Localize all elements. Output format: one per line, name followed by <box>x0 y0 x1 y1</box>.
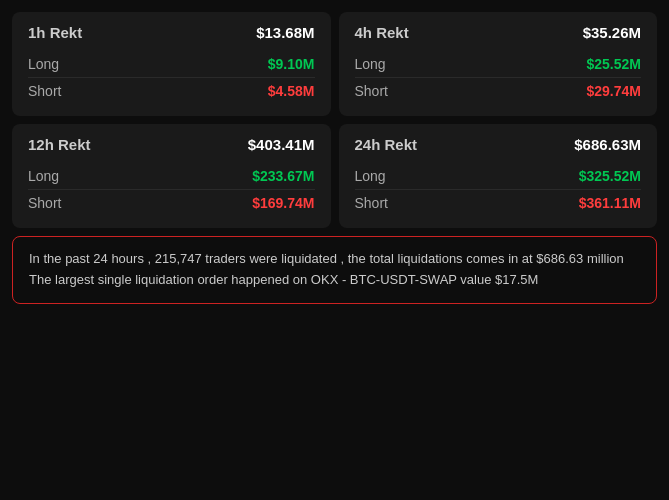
summary-line2: The largest single liquidation order hap… <box>29 270 640 291</box>
summary-line1: In the past 24 hours , 215,747 traders w… <box>29 249 640 270</box>
card-24h-short-label: Short <box>355 195 388 211</box>
card-1h-long-value: $9.10M <box>268 56 315 72</box>
card-24h-total: $686.63M <box>574 136 641 153</box>
card-24h-long-row: Long $325.52M <box>355 163 642 189</box>
card-1h-total: $13.68M <box>256 24 314 41</box>
card-12h-header: 12h Rekt $403.41M <box>28 136 315 153</box>
rekt-grid: 1h Rekt $13.68M Long $9.10M Short $4.58M… <box>12 12 657 228</box>
card-12h-total: $403.41M <box>248 136 315 153</box>
card-1h-short-label: Short <box>28 83 61 99</box>
card-1h-title: 1h Rekt <box>28 24 82 41</box>
card-1h-short-value: $4.58M <box>268 83 315 99</box>
card-4h-total: $35.26M <box>583 24 641 41</box>
card-12h-long-row: Long $233.67M <box>28 163 315 189</box>
card-24h-title: 24h Rekt <box>355 136 418 153</box>
card-1h: 1h Rekt $13.68M Long $9.10M Short $4.58M <box>12 12 331 116</box>
card-24h-short-value: $361.11M <box>579 195 641 211</box>
card-12h-short-row: Short $169.74M <box>28 189 315 216</box>
card-12h-long-value: $233.67M <box>252 168 314 184</box>
summary-box: In the past 24 hours , 215,747 traders w… <box>12 236 657 304</box>
card-24h-header: 24h Rekt $686.63M <box>355 136 642 153</box>
card-12h: 12h Rekt $403.41M Long $233.67M Short $1… <box>12 124 331 228</box>
card-24h-long-value: $325.52M <box>579 168 641 184</box>
card-4h-title: 4h Rekt <box>355 24 409 41</box>
card-12h-title: 12h Rekt <box>28 136 91 153</box>
card-4h-short-row: Short $29.74M <box>355 77 642 104</box>
card-1h-header: 1h Rekt $13.68M <box>28 24 315 41</box>
card-1h-short-row: Short $4.58M <box>28 77 315 104</box>
card-1h-long-label: Long <box>28 56 59 72</box>
card-4h-short-label: Short <box>355 83 388 99</box>
card-4h-header: 4h Rekt $35.26M <box>355 24 642 41</box>
card-1h-long-row: Long $9.10M <box>28 51 315 77</box>
card-4h-long-label: Long <box>355 56 386 72</box>
card-24h: 24h Rekt $686.63M Long $325.52M Short $3… <box>339 124 658 228</box>
card-4h: 4h Rekt $35.26M Long $25.52M Short $29.7… <box>339 12 658 116</box>
card-4h-long-row: Long $25.52M <box>355 51 642 77</box>
card-24h-long-label: Long <box>355 168 386 184</box>
card-12h-short-value: $169.74M <box>252 195 314 211</box>
card-12h-short-label: Short <box>28 195 61 211</box>
card-4h-short-value: $29.74M <box>587 83 641 99</box>
card-12h-long-label: Long <box>28 168 59 184</box>
card-4h-long-value: $25.52M <box>587 56 641 72</box>
card-24h-short-row: Short $361.11M <box>355 189 642 216</box>
